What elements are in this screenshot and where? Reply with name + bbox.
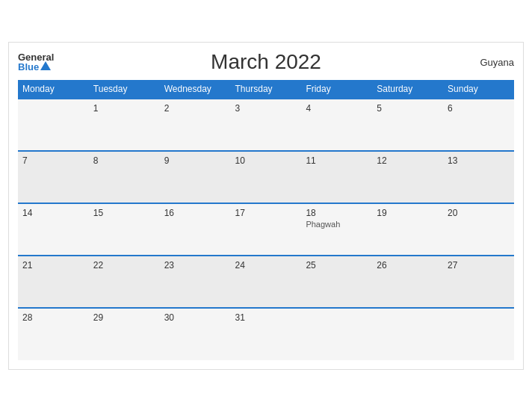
day-number: 1 [93, 103, 155, 114]
day-number: 30 [164, 312, 226, 323]
calendar-cell [18, 99, 89, 151]
calendar-week-row: 28293031 [18, 308, 514, 360]
calendar-cell: 19 [372, 203, 443, 256]
calendar-cell: 18Phagwah [301, 203, 372, 256]
event-label: Phagwah [306, 220, 368, 229]
day-number: 22 [93, 260, 155, 271]
calendar-week-row: 123456 [18, 99, 514, 151]
calendar-cell [372, 308, 443, 360]
calendar-week-row: 78910111213 [18, 151, 514, 203]
logo: General Blue [18, 52, 54, 72]
month-title: March 2022 [211, 50, 321, 74]
day-number: 7 [22, 155, 84, 166]
day-number: 11 [306, 155, 368, 166]
calendar-cell: 22 [89, 256, 160, 308]
country-label: Guyana [480, 56, 514, 67]
calendar-cell: 20 [443, 203, 514, 256]
day-number: 27 [448, 260, 510, 271]
calendar-cell: 5 [372, 99, 443, 151]
calendar-cell: 8 [89, 151, 160, 203]
calendar-week-row: 21222324252627 [18, 256, 514, 308]
day-number: 25 [306, 260, 368, 271]
day-number: 6 [448, 103, 510, 114]
day-number: 18 [306, 208, 368, 218]
calendar-container: General Blue March 2022 Guyana Monday Tu… [8, 42, 524, 370]
day-number: 21 [22, 260, 84, 271]
col-sunday: Sunday [443, 80, 514, 99]
day-number: 31 [235, 312, 297, 323]
calendar-cell [301, 308, 372, 360]
logo-triangle-icon [40, 61, 51, 70]
calendar-cell: 11 [301, 151, 372, 203]
calendar-cell: 14 [18, 203, 89, 256]
calendar-cell: 17 [231, 203, 302, 256]
calendar-cell: 23 [160, 256, 231, 308]
day-number: 4 [306, 103, 368, 114]
day-number: 13 [448, 155, 510, 166]
calendar-cell: 26 [372, 256, 443, 308]
day-number: 17 [235, 208, 297, 218]
calendar-cell: 30 [160, 308, 231, 360]
day-number: 16 [164, 208, 226, 218]
calendar-cell: 1 [89, 99, 160, 151]
calendar-cell: 28 [18, 308, 89, 360]
calendar-cell: 3 [231, 99, 302, 151]
col-wednesday: Wednesday [160, 80, 231, 99]
day-number: 20 [448, 208, 510, 218]
calendar-cell: 2 [160, 99, 231, 151]
day-number: 2 [164, 103, 226, 114]
day-number: 9 [164, 155, 226, 166]
weekday-header-row: Monday Tuesday Wednesday Thursday Friday… [18, 80, 514, 99]
calendar-cell: 10 [231, 151, 302, 203]
calendar-cell: 13 [443, 151, 514, 203]
calendar-cell: 7 [18, 151, 89, 203]
calendar-table: Monday Tuesday Wednesday Thursday Friday… [18, 80, 514, 360]
col-friday: Friday [301, 80, 372, 99]
calendar-cell: 24 [231, 256, 302, 308]
day-number: 15 [93, 208, 155, 218]
day-number: 26 [377, 260, 439, 271]
logo-blue-text: Blue [18, 62, 39, 72]
day-number: 5 [377, 103, 439, 114]
calendar-cell: 4 [301, 99, 372, 151]
calendar-cell: 15 [89, 203, 160, 256]
col-monday: Monday [18, 80, 89, 99]
day-number: 10 [235, 155, 297, 166]
calendar-cell [443, 308, 514, 360]
day-number: 14 [22, 208, 84, 218]
calendar-cell: 12 [372, 151, 443, 203]
day-number: 29 [93, 312, 155, 323]
calendar-cell: 25 [301, 256, 372, 308]
day-number: 24 [235, 260, 297, 271]
calendar-cell: 16 [160, 203, 231, 256]
day-number: 8 [93, 155, 155, 166]
day-number: 28 [22, 312, 84, 323]
calendar-cell: 31 [231, 308, 302, 360]
day-number: 23 [164, 260, 226, 271]
calendar-cell: 6 [443, 99, 514, 151]
calendar-cell: 9 [160, 151, 231, 203]
col-thursday: Thursday [231, 80, 302, 99]
calendar-week-row: 1415161718Phagwah1920 [18, 203, 514, 256]
day-number: 12 [377, 155, 439, 166]
calendar-cell: 27 [443, 256, 514, 308]
col-saturday: Saturday [372, 80, 443, 99]
day-number: 19 [377, 208, 439, 218]
calendar-cell: 21 [18, 256, 89, 308]
day-number: 3 [235, 103, 297, 114]
col-tuesday: Tuesday [89, 80, 160, 99]
calendar-header: General Blue March 2022 Guyana [18, 50, 514, 74]
calendar-cell: 29 [89, 308, 160, 360]
